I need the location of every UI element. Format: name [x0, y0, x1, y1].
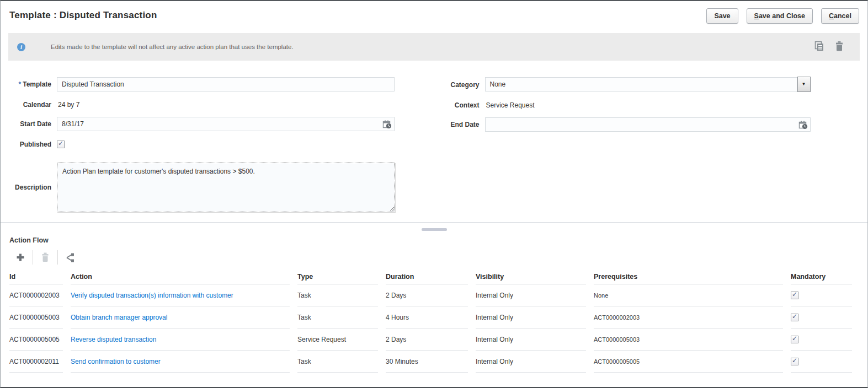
cancel-button[interactable]: Cancel [821, 8, 859, 24]
column-header-type: Type [297, 270, 386, 284]
table-row: ACT0000005005 Reverse disputed transacti… [8, 328, 860, 351]
end-date-picker-icon[interactable] [798, 120, 808, 130]
banner-action-icons [814, 41, 844, 52]
cell-empty [71, 373, 297, 388]
column-header-id: Id [9, 270, 71, 284]
cell-prerequisites: ACT0000005003 [594, 328, 791, 351]
delete-icon[interactable] [834, 41, 844, 52]
end-date-input[interactable] [485, 117, 811, 132]
category-label: Category [434, 81, 485, 89]
cell-type: Task [297, 284, 386, 306]
cell-visibility: Internal Only [476, 351, 594, 373]
template-form: *Template Calendar 24 by 7 Start Date [1, 61, 867, 212]
category-field-row: Category None ▼ [434, 77, 860, 92]
cell-duration: 2 Days [386, 328, 476, 351]
start-date-label: Start Date [8, 120, 57, 128]
delete-action-button[interactable] [33, 252, 57, 262]
cell-type: Service Request [297, 328, 386, 351]
column-header-mandatory: Mandatory [791, 270, 860, 284]
table-header-row: Id Action Type Duration Visibility Prere… [8, 270, 860, 284]
action-link[interactable]: Send confirmation to customer [71, 358, 161, 365]
mandatory-checkbox[interactable] [791, 292, 798, 299]
template-edit-page: Template : Disputed Transaction Save Sav… [0, 0, 868, 388]
template-field-row: *Template [8, 77, 434, 91]
flow-diagram-icon [65, 253, 75, 262]
table-row: ACT0000002003 Verify disputed transactio… [8, 284, 860, 306]
splitter-handle[interactable] [422, 228, 447, 231]
cell-prerequisites: ACT0000002003 [594, 306, 791, 328]
cell-mandatory [791, 306, 860, 328]
end-date-wrap [485, 117, 811, 132]
template-input[interactable] [57, 77, 395, 91]
category-selected-value: None [485, 77, 798, 91]
action-flow-title: Action Flow [9, 236, 860, 244]
cell-empty [791, 373, 860, 388]
copy-icon[interactable] [814, 41, 824, 52]
description-textarea[interactable]: Action Plan template for customer's disp… [57, 163, 395, 212]
save-and-close-rest: ave and Close [759, 12, 805, 20]
cell-id: ACT0000002011 [9, 351, 71, 373]
start-date-picker-icon[interactable] [382, 120, 392, 129]
template-label: *Template [8, 80, 57, 88]
start-date-input[interactable] [57, 117, 395, 131]
end-date-label: End Date [434, 121, 485, 128]
cell-id: ACT0000002003 [9, 284, 71, 306]
calendar-label: Calendar [8, 101, 57, 109]
cell-action: Verify disputed transaction(s) informati… [71, 284, 297, 306]
info-banner: i Edits made to the template will not af… [8, 33, 860, 61]
category-select[interactable]: None ▼ [485, 77, 811, 92]
action-flow-section: Action Flow [1, 236, 867, 379]
info-icon: i [17, 43, 25, 51]
cell-mandatory [791, 284, 860, 306]
add-action-button[interactable] [8, 253, 33, 262]
cell-empty [476, 373, 594, 388]
cell-prerequisites: ACT0000005005 [594, 351, 791, 373]
column-header-duration: Duration [386, 270, 476, 284]
cancel-accel: C [829, 12, 834, 20]
calendar-field-row: Calendar 24 by 7 [8, 101, 434, 109]
form-left-column: *Template Calendar 24 by 7 Start Date [8, 77, 434, 212]
cell-duration: 30 Minutes [386, 351, 476, 373]
cell-type: Task [297, 351, 386, 373]
action-link[interactable]: Verify disputed transaction(s) informati… [71, 292, 233, 299]
context-value: Service Request [485, 101, 535, 109]
view-flow-button[interactable] [58, 253, 82, 262]
save-button[interactable]: Save [706, 8, 738, 24]
plus-icon [16, 253, 25, 262]
calendar-value: 24 by 7 [57, 101, 79, 109]
chevron-down-icon: ▼ [802, 82, 806, 87]
mandatory-checkbox[interactable] [791, 336, 798, 343]
cell-mandatory [791, 351, 860, 373]
cell-id: ACT0000005005 [9, 328, 71, 351]
table-empty-row-partial [8, 373, 860, 379]
end-date-field-row: End Date [434, 117, 860, 132]
cell-visibility: Internal Only [476, 284, 594, 306]
trash-icon [41, 252, 50, 262]
action-flow-table: Id Action Type Duration Visibility Prere… [8, 270, 860, 379]
published-field-row: Published [8, 141, 434, 148]
published-checkbox[interactable] [57, 141, 65, 148]
cell-duration: 4 Hours [386, 306, 476, 328]
cell-action: Obtain branch manager approval [71, 306, 297, 328]
column-header-visibility: Visibility [476, 270, 594, 284]
save-and-close-button[interactable]: Save and Close [747, 8, 813, 24]
start-date-wrap [57, 117, 395, 131]
context-field-row: Context Service Request [434, 101, 860, 109]
action-link[interactable]: Obtain branch manager approval [71, 314, 167, 321]
description-label: Description [8, 184, 57, 191]
mandatory-checkbox[interactable] [791, 314, 798, 321]
column-header-action: Action [71, 270, 297, 284]
mandatory-checkbox[interactable] [791, 358, 798, 365]
save-button-label: Save [714, 12, 730, 20]
cell-visibility: Internal Only [476, 328, 594, 351]
category-dropdown-button[interactable]: ▼ [797, 77, 811, 92]
action-link[interactable]: Reverse disputed transaction [71, 336, 156, 343]
cell-visibility: Internal Only [476, 306, 594, 328]
section-divider [1, 222, 867, 231]
action-flow-toolbar [8, 249, 860, 266]
column-header-prerequisites: Prerequisites [594, 270, 791, 284]
start-date-field-row: Start Date [8, 117, 434, 131]
cell-action: Reverse disputed transaction [71, 328, 297, 351]
cell-empty [9, 373, 71, 388]
save-and-close-accel: S [754, 12, 759, 20]
